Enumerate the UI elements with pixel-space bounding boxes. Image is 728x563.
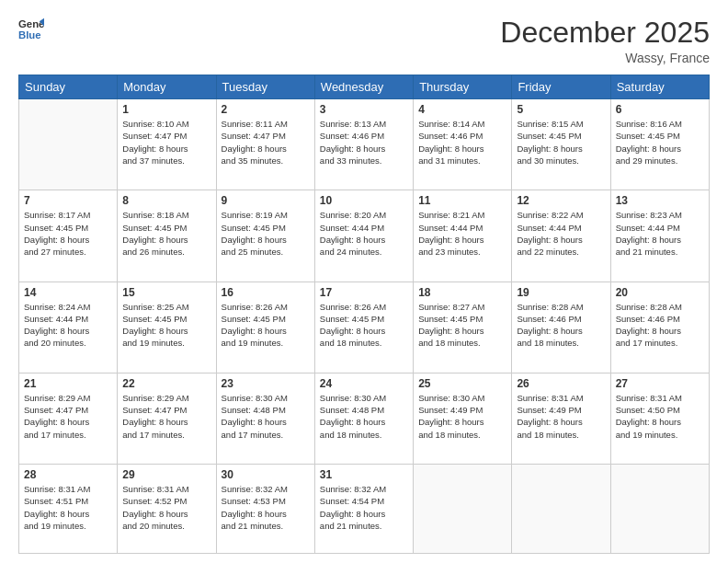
day-info: Sunrise: 8:15 AM Sunset: 4:45 PM Dayligh… [517, 118, 605, 167]
day-number: 15 [122, 286, 210, 299]
day-number: 9 [222, 194, 310, 207]
table-row: 15Sunrise: 8:25 AM Sunset: 4:45 PM Dayli… [118, 282, 216, 373]
day-info: Sunrise: 8:31 AM Sunset: 4:50 PM Dayligh… [616, 392, 704, 441]
day-number: 3 [320, 103, 408, 116]
day-info: Sunrise: 8:16 AM Sunset: 4:45 PM Dayligh… [616, 118, 704, 167]
day-info: Sunrise: 8:19 AM Sunset: 4:45 PM Dayligh… [222, 209, 310, 258]
day-info: Sunrise: 8:20 AM Sunset: 4:44 PM Dayligh… [320, 209, 408, 258]
table-row: 6Sunrise: 8:16 AM Sunset: 4:45 PM Daylig… [610, 99, 709, 190]
day-info: Sunrise: 8:31 AM Sunset: 4:52 PM Dayligh… [122, 483, 210, 532]
table-row: 28Sunrise: 8:31 AM Sunset: 4:51 PM Dayli… [19, 465, 118, 554]
title-block: December 2025 Wassy, France [500, 17, 710, 65]
table-row: 30Sunrise: 8:32 AM Sunset: 4:53 PM Dayli… [216, 465, 314, 554]
day-number: 25 [418, 377, 506, 390]
page: General Blue December 2025 Wassy, France… [0, 0, 728, 563]
day-info: Sunrise: 8:27 AM Sunset: 4:45 PM Dayligh… [418, 301, 506, 350]
day-number: 7 [24, 194, 112, 207]
table-row: 5Sunrise: 8:15 AM Sunset: 4:45 PM Daylig… [512, 99, 610, 190]
day-info: Sunrise: 8:23 AM Sunset: 4:44 PM Dayligh… [616, 209, 704, 258]
day-number: 11 [418, 194, 506, 207]
table-row: 4Sunrise: 8:14 AM Sunset: 4:46 PM Daylig… [414, 99, 512, 190]
day-info: Sunrise: 8:30 AM Sunset: 4:49 PM Dayligh… [418, 392, 506, 441]
day-info: Sunrise: 8:17 AM Sunset: 4:45 PM Dayligh… [24, 209, 112, 258]
table-row: 23Sunrise: 8:30 AM Sunset: 4:48 PM Dayli… [216, 373, 314, 464]
day-number: 4 [418, 103, 506, 116]
day-info: Sunrise: 8:28 AM Sunset: 4:46 PM Dayligh… [616, 301, 704, 350]
day-number: 19 [517, 286, 605, 299]
header: General Blue December 2025 Wassy, France [18, 17, 710, 65]
calendar-table: SundayMondayTuesdayWednesdayThursdayFrid… [18, 75, 710, 554]
day-number: 21 [24, 377, 112, 390]
day-number: 12 [517, 194, 605, 207]
table-row: 1Sunrise: 8:10 AM Sunset: 4:47 PM Daylig… [118, 99, 216, 190]
svg-text:Blue: Blue [18, 29, 41, 40]
table-row [414, 465, 512, 554]
table-row: 17Sunrise: 8:26 AM Sunset: 4:45 PM Dayli… [314, 282, 413, 373]
table-row: 21Sunrise: 8:29 AM Sunset: 4:47 PM Dayli… [19, 373, 118, 464]
table-row: 22Sunrise: 8:29 AM Sunset: 4:47 PM Dayli… [118, 373, 216, 464]
day-header-saturday: Saturday [610, 75, 709, 99]
day-info: Sunrise: 8:32 AM Sunset: 4:53 PM Dayligh… [222, 483, 310, 532]
subtitle: Wassy, France [500, 51, 710, 65]
day-info: Sunrise: 8:30 AM Sunset: 4:48 PM Dayligh… [222, 392, 310, 441]
logo-icon: General Blue [18, 17, 44, 42]
day-info: Sunrise: 8:25 AM Sunset: 4:45 PM Dayligh… [122, 301, 210, 350]
table-row: 25Sunrise: 8:30 AM Sunset: 4:49 PM Dayli… [414, 373, 512, 464]
table-row: 20Sunrise: 8:28 AM Sunset: 4:46 PM Dayli… [610, 282, 709, 373]
day-number: 31 [320, 468, 408, 481]
table-row: 2Sunrise: 8:11 AM Sunset: 4:47 PM Daylig… [216, 99, 314, 190]
calendar-week-1: 1Sunrise: 8:10 AM Sunset: 4:47 PM Daylig… [19, 99, 710, 190]
day-header-sunday: Sunday [19, 75, 118, 99]
day-number: 1 [122, 103, 210, 116]
day-number: 27 [616, 377, 704, 390]
table-row: 19Sunrise: 8:28 AM Sunset: 4:46 PM Dayli… [512, 282, 610, 373]
day-info: Sunrise: 8:28 AM Sunset: 4:46 PM Dayligh… [517, 301, 605, 350]
logo: General Blue [18, 17, 44, 42]
table-row: 24Sunrise: 8:30 AM Sunset: 4:48 PM Dayli… [314, 373, 413, 464]
day-number: 18 [418, 286, 506, 299]
table-row: 18Sunrise: 8:27 AM Sunset: 4:45 PM Dayli… [414, 282, 512, 373]
day-info: Sunrise: 8:29 AM Sunset: 4:47 PM Dayligh… [122, 392, 210, 441]
table-row: 16Sunrise: 8:26 AM Sunset: 4:45 PM Dayli… [216, 282, 314, 373]
table-row: 3Sunrise: 8:13 AM Sunset: 4:46 PM Daylig… [314, 99, 413, 190]
day-number: 10 [320, 194, 408, 207]
day-number: 14 [24, 286, 112, 299]
table-row: 7Sunrise: 8:17 AM Sunset: 4:45 PM Daylig… [19, 190, 118, 282]
day-info: Sunrise: 8:29 AM Sunset: 4:47 PM Dayligh… [24, 392, 112, 441]
table-row: 31Sunrise: 8:32 AM Sunset: 4:54 PM Dayli… [314, 465, 413, 554]
day-number: 28 [24, 468, 112, 481]
day-info: Sunrise: 8:30 AM Sunset: 4:48 PM Dayligh… [320, 392, 408, 441]
calendar-week-4: 21Sunrise: 8:29 AM Sunset: 4:47 PM Dayli… [19, 373, 710, 464]
table-row: 13Sunrise: 8:23 AM Sunset: 4:44 PM Dayli… [610, 190, 709, 282]
day-number: 16 [222, 286, 310, 299]
day-number: 2 [222, 103, 310, 116]
day-number: 6 [616, 103, 704, 116]
main-title: December 2025 [500, 17, 710, 49]
day-header-tuesday: Tuesday [216, 75, 314, 99]
day-number: 8 [122, 194, 210, 207]
day-number: 22 [122, 377, 210, 390]
table-row: 29Sunrise: 8:31 AM Sunset: 4:52 PM Dayli… [118, 465, 216, 554]
table-row: 14Sunrise: 8:24 AM Sunset: 4:44 PM Dayli… [19, 282, 118, 373]
day-number: 23 [222, 377, 310, 390]
day-number: 24 [320, 377, 408, 390]
day-number: 5 [517, 103, 605, 116]
day-header-monday: Monday [118, 75, 216, 99]
day-info: Sunrise: 8:31 AM Sunset: 4:49 PM Dayligh… [517, 392, 605, 441]
table-row [512, 465, 610, 554]
day-number: 30 [222, 468, 310, 481]
day-info: Sunrise: 8:13 AM Sunset: 4:46 PM Dayligh… [320, 118, 408, 167]
day-number: 26 [517, 377, 605, 390]
calendar-week-2: 7Sunrise: 8:17 AM Sunset: 4:45 PM Daylig… [19, 190, 710, 282]
day-number: 20 [616, 286, 704, 299]
day-header-friday: Friday [512, 75, 610, 99]
table-row: 27Sunrise: 8:31 AM Sunset: 4:50 PM Dayli… [610, 373, 709, 464]
day-info: Sunrise: 8:26 AM Sunset: 4:45 PM Dayligh… [320, 301, 408, 350]
day-header-wednesday: Wednesday [314, 75, 413, 99]
day-info: Sunrise: 8:18 AM Sunset: 4:45 PM Dayligh… [122, 209, 210, 258]
table-row: 11Sunrise: 8:21 AM Sunset: 4:44 PM Dayli… [414, 190, 512, 282]
table-row: 9Sunrise: 8:19 AM Sunset: 4:45 PM Daylig… [216, 190, 314, 282]
day-info: Sunrise: 8:21 AM Sunset: 4:44 PM Dayligh… [418, 209, 506, 258]
day-info: Sunrise: 8:10 AM Sunset: 4:47 PM Dayligh… [122, 118, 210, 167]
calendar-body: 1Sunrise: 8:10 AM Sunset: 4:47 PM Daylig… [19, 99, 710, 554]
